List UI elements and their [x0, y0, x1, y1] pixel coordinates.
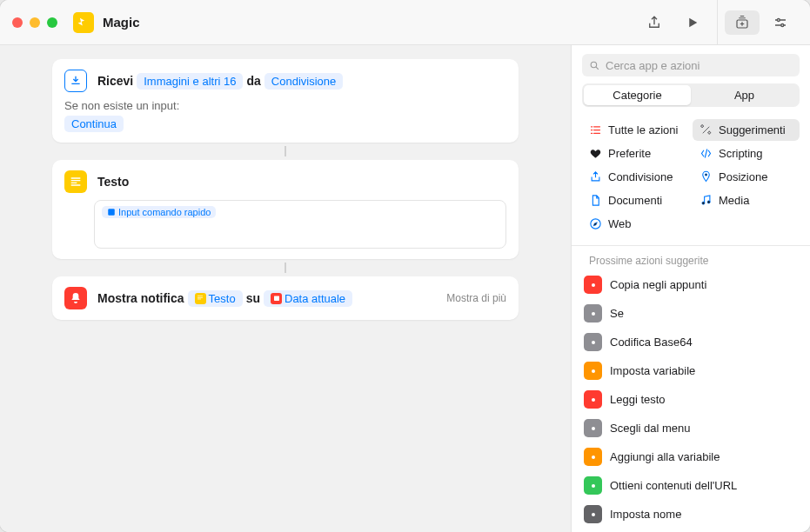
suggestion-mostra-avviso[interactable]: Mostra avviso — [572, 529, 810, 532]
category-grid: Tutte le azioniSuggerimentiPreferiteScri… — [572, 116, 810, 246]
svg-rect-6 — [197, 299, 201, 300]
svg-point-2 — [781, 23, 784, 26]
svg-point-17 — [592, 369, 595, 373]
action-icon — [584, 304, 602, 323]
library-button[interactable] — [725, 10, 760, 35]
no-input-label: Se non esiste un input: — [64, 99, 506, 112]
suggestion-copia-negli-appunti[interactable]: Copia negli appunti — [572, 270, 810, 299]
settings-button[interactable] — [763, 10, 798, 35]
category-web[interactable]: Web — [582, 213, 689, 235]
doc-icon — [589, 194, 602, 207]
script-icon — [700, 147, 713, 160]
notify-date-token[interactable]: Data attuale — [264, 290, 352, 307]
text-card-title: Testo — [97, 175, 129, 189]
titlebar: Magic — [0, 0, 810, 45]
svg-rect-3 — [108, 209, 115, 216]
category-media[interactable]: Media — [693, 190, 800, 211]
notify-text-token[interactable]: Testo — [188, 290, 243, 307]
actions-sidebar: Cerca app e azioni Categorie App Tutte l… — [571, 45, 810, 532]
shortcut-icon — [73, 12, 94, 33]
svg-point-9 — [591, 62, 597, 68]
wand-icon — [700, 123, 713, 136]
pin-icon — [700, 170, 713, 183]
sidebar-tabs: Categorie App — [582, 83, 800, 107]
tab-categories[interactable]: Categorie — [584, 85, 691, 105]
window-title: Magic — [103, 15, 637, 30]
category-preferite[interactable]: Preferite — [582, 143, 689, 164]
action-icon — [584, 505, 602, 523]
show-more-button[interactable]: Mostra di più — [446, 292, 506, 304]
svg-rect-4 — [197, 296, 203, 296]
svg-point-14 — [592, 283, 595, 287]
suggestion-codifica-base64[interactable]: Codifica Base64 — [572, 328, 810, 356]
action-icon — [584, 448, 602, 466]
svg-rect-8 — [274, 296, 279, 298]
minimize-button[interactable] — [30, 17, 40, 28]
svg-point-1 — [777, 18, 780, 21]
list-icon — [589, 123, 602, 136]
input-icon — [64, 70, 87, 92]
text-icon — [64, 170, 87, 193]
action-icon — [584, 276, 602, 294]
text-field-token[interactable]: Input comando rapido — [102, 206, 216, 218]
connector-line — [285, 146, 286, 156]
bell-icon — [64, 287, 87, 309]
share-icon — [589, 170, 602, 183]
svg-point-22 — [592, 513, 595, 516]
text-field[interactable]: Input comando rapido — [94, 200, 506, 249]
tab-apps[interactable]: App — [691, 85, 798, 105]
traffic-lights — [12, 17, 57, 28]
editor-canvas[interactable]: Ricevi Immagini e altri 16 da Condivisio… — [0, 45, 571, 532]
close-button[interactable] — [12, 17, 23, 28]
notification-action-card[interactable]: Mostra notifica Testo su Data attuale Mo… — [52, 276, 519, 320]
svg-point-16 — [592, 341, 595, 344]
action-icon — [584, 476, 602, 495]
suggestions-list: Prossime azioni suggerite Copia negli ap… — [572, 246, 810, 532]
input-action-card[interactable]: Ricevi Immagini e altri 16 da Condivisio… — [52, 59, 519, 143]
on-label: su — [246, 291, 260, 305]
no-input-behavior-token[interactable]: Continua — [64, 116, 124, 132]
share-button[interactable] — [637, 10, 672, 35]
category-suggerimenti[interactable]: Suggerimenti — [693, 119, 800, 141]
suggestion-imposta-variabile[interactable]: Imposta variabile — [572, 356, 810, 385]
svg-point-15 — [592, 312, 595, 316]
input-source-token[interactable]: Condivisione — [264, 73, 343, 90]
notify-title: Mostra notifica — [97, 291, 184, 305]
run-button[interactable] — [675, 10, 710, 35]
svg-point-12 — [707, 201, 710, 203]
app-window: Magic Ricev — [0, 0, 810, 532]
suggestion-aggiungi-alla-variabile[interactable]: Aggiungi alla variabile — [572, 442, 810, 471]
suggestion-scegli-dal-menu[interactable]: Scegli dal menu — [572, 414, 810, 442]
category-documenti[interactable]: Documenti — [582, 190, 689, 211]
suggestion-se[interactable]: Se — [572, 299, 810, 328]
action-icon — [584, 362, 602, 380]
suggestion-ottieni-contenuti-dell-url[interactable]: Ottieni contenuti dell'URL — [572, 471, 810, 500]
svg-point-21 — [592, 484, 595, 488]
search-icon — [589, 60, 600, 71]
svg-point-18 — [592, 398, 595, 402]
compass-icon — [589, 217, 602, 230]
receive-label: Ricevi — [97, 74, 133, 88]
svg-point-11 — [702, 202, 705, 204]
category-posizione[interactable]: Posizione — [693, 166, 800, 188]
from-label: da — [246, 74, 260, 88]
input-types-token[interactable]: Immagini e altri 16 — [137, 73, 243, 90]
zoom-button[interactable] — [47, 17, 57, 28]
connector-line — [285, 263, 286, 273]
svg-rect-5 — [197, 297, 203, 298]
music-icon — [700, 194, 713, 207]
search-placeholder: Cerca app e azioni — [606, 59, 700, 72]
svg-point-19 — [592, 427, 595, 430]
suggestion-imposta-nome[interactable]: Imposta nome — [572, 500, 810, 529]
heart-icon — [589, 147, 602, 160]
action-icon — [584, 419, 602, 437]
category-condivisione[interactable]: Condivisione — [582, 166, 689, 188]
text-action-card[interactable]: Testo Input comando rapido — [52, 160, 519, 259]
action-icon — [584, 390, 602, 409]
svg-point-10 — [705, 174, 707, 176]
svg-point-20 — [592, 456, 595, 459]
category-tutte-le-azioni[interactable]: Tutte le azioni — [582, 119, 689, 141]
suggestion-leggi-testo[interactable]: Leggi testo — [572, 385, 810, 414]
category-scripting[interactable]: Scripting — [693, 143, 800, 164]
search-input[interactable]: Cerca app e azioni — [582, 54, 800, 76]
